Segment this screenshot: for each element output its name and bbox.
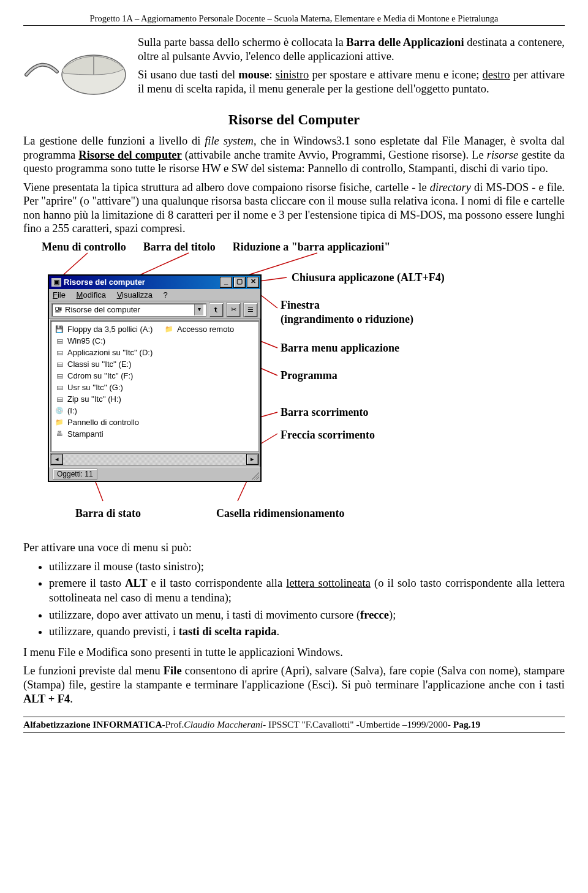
list-item[interactable]: 🖴Classi su ''Itc'' (E:): [55, 358, 255, 370]
page-footer: Alfabetizzazione INFORMATICA-Prof.Claudi…: [23, 717, 565, 733]
text: (attivabile anche tramite Avvio, Program…: [182, 149, 487, 161]
text: - IPSSCT "F.Cavallotti" -Umbertide –1999…: [263, 719, 453, 729]
scroll-left-icon[interactable]: ◂: [51, 454, 63, 465]
text: Le funzioni previste dal menu: [23, 665, 164, 677]
drive-icon: 🖴: [55, 336, 64, 345]
label-chiusura: Chiusura applicazone (ALT+F4): [292, 271, 445, 284]
dialup-icon: 📁: [164, 325, 174, 333]
netdrive-icon: 🖴: [55, 360, 64, 368]
item-label: Zip su ''Itc'' (H:): [67, 394, 121, 404]
close-button[interactable]: ✕: [247, 277, 259, 288]
scroll-track[interactable]: [63, 454, 246, 465]
text: :: [270, 69, 276, 81]
dropdown-arrow-icon[interactable]: ▾: [194, 304, 203, 315]
maximize-button[interactable]: ▢: [233, 277, 246, 288]
cdrom-icon: 💿: [55, 406, 64, 415]
text-underline: destro: [483, 69, 510, 81]
list-item[interactable]: 🖴Usr su ''Itc'' (G:): [55, 382, 255, 393]
list-item: utilizzare il mouse (tasto sinistro);: [49, 560, 565, 575]
text-bold: ALT: [125, 577, 147, 589]
address-combo[interactable]: 🖳 Risorse del computer ▾: [51, 303, 206, 317]
text-italic: risorse: [487, 149, 518, 161]
text-italic: Claudio Maccherani: [184, 719, 263, 729]
section-title: Risorse del Computer: [23, 112, 565, 128]
menu-activation-list: utilizzare il mouse (tasto sinistro); pr…: [49, 560, 565, 639]
minimize-button[interactable]: _: [220, 277, 232, 288]
menu-visualizza[interactable]: Visualizza: [117, 290, 153, 300]
item-label: Applicazioni su ''Itc'' (D:): [67, 348, 153, 357]
status-text: Oggetti: 11: [53, 469, 97, 480]
text-underline: sinistro: [276, 69, 309, 81]
list-item: utilizzare, quando previsti, i tasti di …: [49, 625, 565, 639]
text: .: [70, 693, 73, 705]
item-label: Classi su ''Itc'' (E:): [67, 360, 132, 369]
resize-grip[interactable]: [249, 470, 259, 480]
list-item[interactable]: 🖶Stampanti: [55, 428, 255, 440]
computer-icon: 🖳: [55, 305, 62, 314]
text: Viene presentata la tipica struttura ad …: [23, 181, 430, 194]
text: utilizzare, quando previsti, i: [49, 625, 179, 638]
label-barra-scorrimento: Barra scorrimento: [281, 406, 368, 419]
text: e il tasto corrispondente alla: [148, 577, 287, 589]
folder-content[interactable]: 💾Floppy da 3,5 pollici (A:) 🖴Win95 (C:) …: [50, 320, 259, 452]
list-item[interactable]: 🖴Zip su ''Itc'' (H:): [55, 393, 255, 405]
views-button[interactable]: ☰: [243, 303, 258, 317]
footer-left: Alfabetizzazione INFORMATICA-Prof.Claudi…: [23, 719, 480, 730]
text-bold: File: [164, 665, 182, 677]
item-label: Usr su ''Itc'' (G:): [67, 383, 123, 392]
printer-icon: 🖶: [55, 429, 64, 438]
list-item[interactable]: 🖴Win95 (C:): [55, 335, 255, 347]
page-number: 19: [471, 719, 481, 729]
text-bold: Alfabetizzazione INFORMATICA: [23, 719, 162, 729]
netdrive-icon: 🖴: [55, 394, 64, 403]
list-item[interactable]: 📁Accesso remoto: [164, 323, 234, 335]
page-header: Progetto 1A – Aggiornamento Personale Do…: [23, 13, 565, 26]
item-label: (I:): [67, 406, 77, 415]
label-barra-menu-app: Barra menu applicazione: [281, 342, 399, 355]
label-programma: Programma: [281, 369, 337, 382]
item-label: Floppy da 3,5 pollici (A:): [67, 325, 153, 334]
list-item[interactable]: 🖴Applicazioni su ''Itc'' (D:): [55, 347, 255, 358]
text-bold-underline: Risorse del computer: [78, 149, 181, 161]
after-diagram-p3: Le funzioni previste dal menu File conse…: [23, 664, 565, 706]
label-barra-stato: Barra di stato: [75, 507, 141, 520]
label-menu-controllo: Menu di controllo: [42, 241, 126, 254]
netdrive-icon: 🖴: [55, 371, 64, 380]
list-item[interactable]: 🖴Cdrom su ''Itc'' (F:): [55, 370, 255, 382]
menu-help[interactable]: ?: [164, 290, 168, 300]
text: premere il tasto: [49, 577, 125, 589]
text: Si usano due tasti del: [138, 69, 238, 81]
text-underline: lettera sottolineata: [286, 577, 371, 589]
list-item[interactable]: 💿(I:): [55, 405, 255, 416]
text-bold: ALT + F4: [23, 693, 70, 705]
cut-button[interactable]: ✂: [226, 303, 241, 317]
text: per spostare e attivare menu e icone;: [309, 69, 482, 81]
titlebar[interactable]: ▣ Risorse del computer _ ▢ ✕: [49, 276, 260, 289]
netdrive-icon: 🖴: [55, 348, 64, 356]
item-label: Pannello di controllo: [67, 418, 139, 427]
text: .: [277, 625, 280, 638]
text-italic: directory: [430, 181, 471, 194]
text-bold: mouse: [238, 69, 269, 81]
menu-modifica[interactable]: Modifica: [77, 290, 106, 300]
up-folder-button[interactable]: ⮬: [209, 303, 224, 317]
text-italic: file system: [205, 135, 254, 147]
list-item[interactable]: 📁Pannello di controllo: [55, 416, 255, 428]
list-item: utilizzare, dopo aver attivato un menu, …: [49, 608, 565, 623]
scroll-right-icon[interactable]: ▸: [246, 454, 258, 465]
text-bold: frecce: [360, 609, 389, 621]
text: La gestione delle funzioni a livello di: [23, 135, 205, 147]
label-freccia-scorrimento: Freccia scorrimento: [281, 429, 375, 442]
system-menu-icon[interactable]: ▣: [51, 278, 61, 287]
statusbar: Oggetti: 11: [49, 467, 260, 481]
item-label: Win95 (C:): [67, 336, 105, 345]
text-bold: tasti di scelta rapida: [179, 625, 277, 638]
text-bold: Pag.: [453, 719, 471, 729]
text-bold: Barra delle Applicazioni: [346, 36, 464, 48]
address-text: Risorse del computer: [65, 305, 140, 314]
after-diagram-p2: I menu File e Modifica sono presenti in …: [23, 646, 565, 660]
horizontal-scrollbar[interactable]: ◂ ▸: [50, 453, 259, 465]
window-diagram: Menu di controllo Barra del titolo Riduz…: [23, 241, 565, 541]
menu-file[interactable]: File: [53, 290, 66, 300]
toolbar: 🖳 Risorse del computer ▾ ⮬ ✂ ☰: [49, 301, 260, 319]
